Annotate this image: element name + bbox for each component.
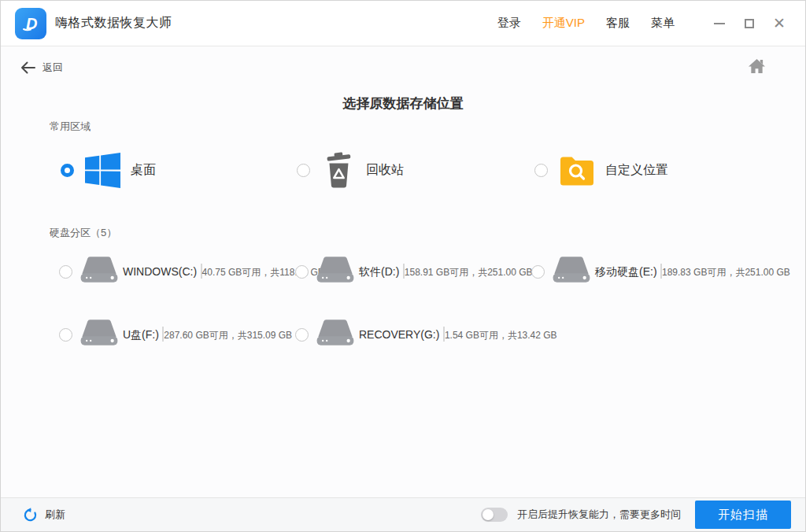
hard-disk-icon	[316, 316, 355, 353]
drive-info: 1.54 GB可用，共13.42 GB	[445, 330, 557, 341]
hard-disk-icon	[316, 253, 355, 290]
minimize-icon	[714, 23, 725, 24]
drive-c-radio[interactable]	[59, 265, 72, 279]
deep-recovery-toggle-label: 开启后提升恢复能力，需要更多时间	[517, 508, 681, 522]
hard-disk-icon	[79, 316, 119, 353]
hard-disk-icon	[552, 253, 591, 290]
window-controls: ✕	[701, 12, 791, 35]
folder-search-icon	[559, 154, 595, 186]
desktop-radio[interactable]	[61, 164, 74, 177]
close-button[interactable]: ✕	[767, 12, 791, 35]
main-content: 返回 选择原数据存储位置 常用区域 桌面	[1, 47, 805, 497]
common-area-section-label: 常用区域	[50, 120, 91, 134]
drive-e-radio[interactable]	[531, 265, 545, 279]
footer-bar: 刷新 开启后提升恢复能力，需要更多时间 开始扫描	[1, 497, 805, 531]
hard-disk-icon	[79, 253, 119, 290]
maximize-icon	[745, 19, 754, 28]
maximize-button[interactable]	[738, 12, 761, 35]
support-link[interactable]: 客服	[606, 16, 630, 31]
option-custom-location[interactable]: 自定义位置	[534, 151, 668, 189]
app-window: D 嗨格式数据恢复大师 登录 开通VIP 客服 菜单 ✕ 返回	[0, 0, 806, 532]
deep-recovery-toggle[interactable]	[481, 508, 508, 522]
refresh-button[interactable]: 刷新	[23, 508, 65, 523]
drive-name: WINDOWS(C:)	[123, 265, 197, 278]
vip-link[interactable]: 开通VIP	[542, 16, 585, 31]
minimize-button[interactable]	[708, 12, 731, 35]
partitions-section-label: 硬盘分区（5）	[50, 226, 116, 240]
option-recycle-bin[interactable]: 回收站	[297, 151, 404, 189]
home-button[interactable]	[748, 58, 766, 78]
drive-name: U盘(F:)	[123, 328, 159, 341]
titlebar: D 嗨格式数据恢复大师 登录 开通VIP 客服 菜单 ✕	[1, 1, 805, 46]
menu-link[interactable]: 菜单	[651, 16, 675, 31]
page-title: 选择原数据存储位置	[1, 94, 805, 113]
custom-location-label: 自定义位置	[605, 162, 668, 179]
start-scan-button[interactable]: 开始扫描	[695, 501, 791, 529]
drive-name: 移动硬盘(E:)	[595, 265, 657, 278]
titlebar-menu: 登录 开通VIP 客服 菜单 ✕	[476, 12, 791, 35]
drive-d-radio[interactable]	[295, 265, 309, 279]
drive-item-g[interactable]: RECOVERY(G:) 1.54 GB可用，共13.42 GB	[295, 316, 557, 353]
recycle-bin-icon	[321, 152, 356, 188]
option-desktop[interactable]: 桌面	[61, 151, 156, 189]
drive-info: 189.83 GB可用，共251.00 GB	[662, 267, 790, 278]
refresh-icon	[23, 508, 38, 523]
back-label: 返回	[43, 61, 63, 75]
recycle-bin-radio[interactable]	[297, 164, 310, 177]
drive-info: 158.91 GB可用，共251.00 GB	[405, 267, 533, 278]
drive-name: RECOVERY(G:)	[359, 328, 439, 341]
windows-logo-icon	[85, 153, 120, 188]
desktop-label: 桌面	[131, 162, 156, 179]
drive-info: 287.60 GB可用，共315.09 GB	[164, 330, 292, 341]
app-logo-d-icon: D	[15, 8, 46, 39]
drive-g-radio[interactable]	[295, 328, 309, 342]
refresh-label: 刷新	[45, 508, 65, 522]
back-arrow-icon	[20, 61, 36, 74]
back-button[interactable]: 返回	[20, 61, 63, 75]
drive-item-d[interactable]: 软件(D:) 158.91 GB可用，共251.00 GB	[295, 253, 533, 290]
drive-item-c[interactable]: WINDOWS(C:) 40.75 GB可用，共118.01 GB	[59, 253, 324, 290]
drive-name: 软件(D:)	[359, 265, 399, 278]
footer-right: 开启后提升恢复能力，需要更多时间 开始扫描	[481, 501, 805, 529]
drive-f-radio[interactable]	[59, 328, 72, 342]
app-title: 嗨格式数据恢复大师	[55, 15, 172, 31]
close-icon: ✕	[773, 16, 786, 31]
recycle-bin-label: 回收站	[366, 162, 404, 179]
login-link[interactable]: 登录	[497, 16, 521, 31]
home-icon	[748, 58, 766, 75]
toggle-knob	[482, 509, 494, 520]
drive-item-e[interactable]: 移动硬盘(E:) 189.83 GB可用，共251.00 GB	[531, 253, 790, 290]
custom-location-radio[interactable]	[534, 164, 548, 177]
drive-item-f[interactable]: U盘(F:) 287.60 GB可用，共315.09 GB	[59, 316, 292, 353]
